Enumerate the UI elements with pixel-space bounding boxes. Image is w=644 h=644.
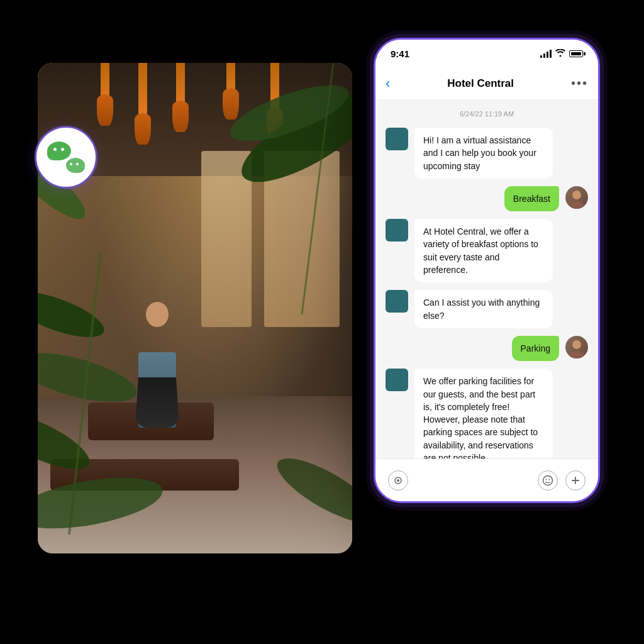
- bot-bubble: Hi! I am a virtual assistance and I can …: [414, 128, 553, 179]
- message-row: We offer parking facilities for our gues…: [386, 369, 588, 458]
- person-silhouette: [132, 302, 182, 428]
- emoji-button[interactable]: [538, 470, 558, 491]
- bot-bubble: At Hotel Central, we offer a variety of …: [414, 219, 553, 282]
- input-right-icons: [538, 470, 586, 491]
- battery-icon: [569, 50, 583, 57]
- svg-point-13: [569, 351, 584, 358]
- signal-icon: [540, 50, 552, 58]
- message-row: Hi! I am a virtual assistance and I can …: [386, 128, 588, 179]
- chat-timestamp: 6/24/22 11:19 AM: [386, 110, 588, 118]
- user-bubble: Breakfast: [504, 186, 559, 211]
- bot-bubble: Can I assist you with anything else?: [414, 290, 553, 328]
- chat-header: ‹ Hotel Central •••: [375, 67, 598, 100]
- user-bubble: Parking: [512, 336, 559, 361]
- wifi-icon: [555, 49, 565, 58]
- more-options-button[interactable]: •••: [571, 76, 588, 91]
- message-row: Breakfast: [386, 186, 588, 211]
- scene: 9:41: [0, 0, 644, 644]
- svg-point-15: [397, 479, 399, 482]
- status-icons: [540, 49, 583, 58]
- svg-point-10: [572, 191, 581, 199]
- svg-point-18: [549, 479, 550, 480]
- status-time: 9:41: [391, 48, 409, 59]
- bot-bubble: We offer parking facilities for our gues…: [414, 369, 553, 458]
- svg-point-17: [546, 479, 547, 480]
- svg-point-16: [543, 475, 553, 485]
- chat-input-bar: [375, 458, 598, 501]
- chat-messages: 6/24/22 11:19 AM Hi! I am a virtual assi…: [375, 100, 598, 458]
- message-row: Can I assist you with anything else?: [386, 290, 588, 328]
- svg-point-11: [569, 201, 584, 209]
- svg-point-12: [572, 340, 581, 349]
- wechat-logo: [47, 142, 85, 173]
- add-button[interactable]: [565, 470, 586, 491]
- bot-avatar: [386, 128, 408, 150]
- user-avatar: [565, 186, 588, 209]
- back-button[interactable]: ‹: [386, 75, 390, 92]
- voice-input-button[interactable]: [388, 470, 408, 491]
- chat-title: Hotel Central: [447, 77, 514, 90]
- status-bar: 9:41: [375, 40, 598, 67]
- bot-avatar: [386, 290, 408, 313]
- phone-frame: 9:41: [374, 38, 600, 503]
- svg-point-2: [38, 282, 109, 347]
- user-avatar: [565, 336, 588, 358]
- message-row: At Hotel Central, we offer a variety of …: [386, 219, 588, 282]
- bot-avatar: [386, 219, 408, 242]
- wechat-icon-bubble[interactable]: [35, 126, 97, 189]
- message-row: Parking: [386, 336, 588, 361]
- bot-avatar: [386, 369, 408, 391]
